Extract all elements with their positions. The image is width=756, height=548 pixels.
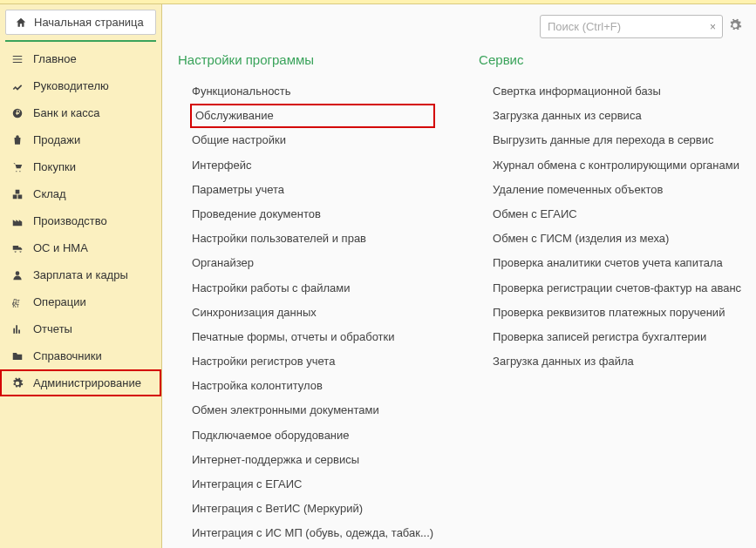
factory-icon xyxy=(10,215,24,227)
link-exchange-log[interactable]: Журнал обмена с контролирующими органами xyxy=(491,153,743,178)
sidebar-item-stock[interactable]: Склад xyxy=(0,180,161,207)
search-row: × xyxy=(178,13,744,52)
settings-gear-icon[interactable] xyxy=(726,17,744,37)
link-register-settings[interactable]: Настройки регистров учета xyxy=(190,349,435,374)
link-ismp-integration[interactable]: Интеграция с ИС МП (обувь, одежда, табак… xyxy=(190,521,435,545)
sidebar-item-assets[interactable]: ОС и НМА xyxy=(0,234,161,261)
home-icon xyxy=(15,17,27,29)
link-files-settings[interactable]: Настройки работы с файлами xyxy=(190,276,435,301)
link-export-for-service[interactable]: Выгрузить данные для перехода в сервис xyxy=(491,128,743,152)
truck-icon xyxy=(10,242,24,254)
ruble-icon: ₽ xyxy=(10,107,24,119)
link-interface[interactable]: Интерфейс xyxy=(190,153,435,178)
link-users-rights[interactable]: Настройки пользователей и прав xyxy=(190,227,435,251)
link-check-capital[interactable]: Проверка аналитики счетов учета капитала xyxy=(491,251,743,275)
link-general-settings[interactable]: Общие настройки xyxy=(190,128,435,152)
sidebar-item-production[interactable]: Производство xyxy=(0,207,161,234)
cart-icon xyxy=(10,161,24,173)
sidebar-item-label: ОС и НМА xyxy=(33,241,88,254)
link-gism-exchange[interactable]: Обмен с ГИСМ (изделия из меха) xyxy=(491,227,743,251)
sidebar-item-label: Покупки xyxy=(33,160,76,173)
link-egais-exchange[interactable]: Обмен с ЕГАИС xyxy=(491,202,743,227)
main-panel: × Настройки программы Функциональность О… xyxy=(162,4,756,548)
person-icon xyxy=(10,269,24,281)
settings-column: Настройки программы Функциональность Обс… xyxy=(178,52,435,548)
link-data-sync[interactable]: Синхронизация данных xyxy=(190,301,435,325)
start-page-button[interactable]: Начальная страница xyxy=(5,10,156,35)
sidebar-item-purchases[interactable]: Покупки xyxy=(0,153,161,180)
layout: Начальная страница Главное Руководителю … xyxy=(0,4,756,548)
sidebar-item-label: Производство xyxy=(33,214,107,227)
sidebar-item-label: Зарплата и кадры xyxy=(33,268,128,281)
operations-icon: ДтКт xyxy=(10,296,24,308)
sidebar-item-label: Операции xyxy=(33,295,86,308)
link-delete-marked[interactable]: Удаление помеченных объектов xyxy=(491,178,743,202)
folder-icon xyxy=(10,350,24,362)
sidebar-item-label: Склад xyxy=(33,187,66,200)
link-document-posting[interactable]: Проведение документов xyxy=(190,202,435,227)
link-check-accounting[interactable]: Проверка записей регистра бухгалтерии xyxy=(491,325,743,349)
search-box: × xyxy=(540,15,723,38)
service-heading: Сервис xyxy=(479,52,743,67)
search-input[interactable] xyxy=(540,15,723,38)
link-check-payments[interactable]: Проверка реквизитов платежных поручений xyxy=(491,301,743,325)
link-internet-support[interactable]: Интернет-поддержка и сервисы xyxy=(190,448,435,472)
sidebar-item-hr[interactable]: Зарплата и кадры xyxy=(0,261,161,288)
link-check-invoices[interactable]: Проверка регистрации счетов-фактур на ав… xyxy=(491,276,743,301)
sidebar-item-operations[interactable]: ДтКт Операции xyxy=(0,288,161,315)
link-load-from-file[interactable]: Загрузка данных из файла xyxy=(491,349,743,374)
sidebar-item-administration[interactable]: Администрирование xyxy=(0,369,161,396)
settings-link-list: Функциональность Обслуживание Общие наст… xyxy=(178,79,435,548)
bag-icon xyxy=(10,134,24,146)
link-organizer[interactable]: Органайзер xyxy=(190,251,435,275)
link-egais-integration[interactable]: Интеграция с ЕГАИС xyxy=(190,472,435,497)
link-hardware[interactable]: Подключаемое оборудование xyxy=(190,423,435,448)
chart-line-icon xyxy=(10,80,24,92)
link-load-from-service[interactable]: Загрузка данных из сервиса xyxy=(491,104,743,128)
sidebar-item-label: Банк и касса xyxy=(33,106,100,119)
sidebar-item-catalogs[interactable]: Справочники xyxy=(0,342,161,369)
sidebar-item-label: Главное xyxy=(33,52,77,65)
service-column: Сервис Свертка информационной базы Загру… xyxy=(479,52,743,548)
service-link-list: Свертка информационной базы Загрузка дан… xyxy=(479,79,743,374)
gear-icon xyxy=(10,377,24,389)
link-maintenance[interactable]: Обслуживание xyxy=(190,104,435,128)
start-page-label: Начальная страница xyxy=(34,16,144,29)
sidebar-item-label: Администрирование xyxy=(33,376,141,389)
boxes-icon xyxy=(10,188,24,200)
sidebar-item-reports[interactable]: Отчеты xyxy=(0,315,161,342)
sidebar-item-label: Отчеты xyxy=(33,322,72,335)
clear-search-button[interactable]: × xyxy=(706,19,719,35)
sidebar-item-label: Руководителю xyxy=(33,79,109,92)
bar-chart-icon xyxy=(10,323,24,335)
link-db-shrink[interactable]: Свертка информационной базы xyxy=(491,79,743,104)
settings-heading: Настройки программы xyxy=(178,52,435,67)
content-columns: Настройки программы Функциональность Обс… xyxy=(178,52,744,548)
link-edoc-exchange[interactable]: Обмен электронными документами xyxy=(190,398,435,423)
svg-text:Кт: Кт xyxy=(12,301,19,308)
start-page-active-underline xyxy=(5,40,156,42)
sidebar-item-bank[interactable]: ₽ Банк и касса xyxy=(0,99,161,126)
sidebar-item-main[interactable]: Главное xyxy=(0,45,161,72)
sidebar-item-director[interactable]: Руководителю xyxy=(0,72,161,99)
link-vetis-integration[interactable]: Интеграция с ВетИС (Меркурий) xyxy=(190,497,435,521)
link-accounting-params[interactable]: Параметры учета xyxy=(190,178,435,202)
sidebar: Начальная страница Главное Руководителю … xyxy=(0,4,162,548)
sidebar-item-label: Справочники xyxy=(33,349,102,362)
sidebar-item-sales[interactable]: Продажи xyxy=(0,126,161,153)
sidebar-item-label: Продажи xyxy=(33,133,80,146)
link-print-forms[interactable]: Печатные формы, отчеты и обработки xyxy=(190,325,435,349)
svg-text:₽: ₽ xyxy=(16,109,20,117)
link-functionality[interactable]: Функциональность xyxy=(190,79,435,104)
link-headers-footers[interactable]: Настройка колонтитулов xyxy=(190,374,435,398)
list-icon xyxy=(10,53,24,65)
